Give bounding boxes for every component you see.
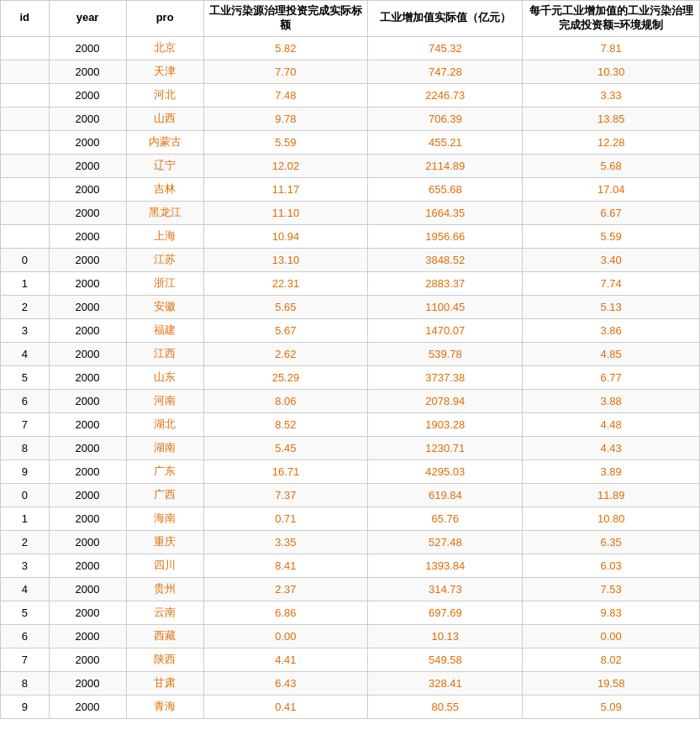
cell-id: 1 bbox=[1, 271, 50, 295]
cell-year: 2000 bbox=[49, 365, 126, 389]
cell-pro: 四川 bbox=[126, 554, 203, 577]
cell-pro: 贵州 bbox=[126, 577, 203, 601]
cell-ratio: 11.89 bbox=[523, 483, 700, 507]
cell-value: 80.55 bbox=[368, 695, 523, 718]
cell-value: 747.28 bbox=[368, 60, 523, 83]
cell-value: 1100.45 bbox=[368, 295, 523, 318]
cell-year: 2000 bbox=[49, 624, 126, 648]
table-row: 72000湖北8.521903.284.48 bbox=[1, 412, 700, 436]
header-invest: 工业污染源治理投资完成实际标额 bbox=[203, 1, 368, 37]
cell-value: 65.76 bbox=[368, 507, 523, 530]
cell-year: 2000 bbox=[49, 530, 126, 554]
cell-year: 2000 bbox=[49, 436, 126, 459]
cell-value: 2883.37 bbox=[368, 271, 523, 295]
cell-year: 2000 bbox=[49, 130, 126, 154]
cell-value: 539.78 bbox=[368, 342, 523, 365]
table-row: 2000上海10.941956.665.59 bbox=[1, 224, 700, 248]
table-row: 92000广东16.714295.033.89 bbox=[1, 459, 700, 483]
cell-pro: 广东 bbox=[126, 459, 203, 483]
cell-ratio: 12.28 bbox=[523, 130, 700, 154]
cell-value: 2078.94 bbox=[368, 389, 523, 412]
cell-ratio: 5.59 bbox=[523, 224, 700, 248]
cell-year: 2000 bbox=[49, 318, 126, 342]
cell-id: 7 bbox=[1, 412, 50, 436]
cell-id bbox=[1, 83, 50, 107]
cell-ratio: 7.81 bbox=[523, 36, 700, 60]
cell-id bbox=[1, 60, 50, 83]
table-row: 12000海南0.7165.7610.80 bbox=[1, 507, 700, 530]
cell-id: 6 bbox=[1, 624, 50, 648]
cell-year: 2000 bbox=[49, 601, 126, 624]
table-row: 2000北京5.82745.327.81 bbox=[1, 36, 700, 60]
cell-id bbox=[1, 154, 50, 177]
header-row: id year pro 工业污染源治理投资完成实际标额 工业增加值实际值（亿元）… bbox=[1, 1, 700, 37]
table-row: 32000福建5.671470.073.86 bbox=[1, 318, 700, 342]
cell-year: 2000 bbox=[49, 60, 126, 83]
cell-ratio: 10.80 bbox=[523, 507, 700, 530]
cell-pro: 湖北 bbox=[126, 412, 203, 436]
cell-id: 3 bbox=[1, 554, 50, 577]
header-value: 工业增加值实际值（亿元） bbox=[368, 1, 523, 37]
cell-value: 1393.84 bbox=[368, 554, 523, 577]
cell-pro: 天津 bbox=[126, 60, 203, 83]
cell-id bbox=[1, 201, 50, 224]
cell-value: 619.84 bbox=[368, 483, 523, 507]
header-id: id bbox=[1, 1, 50, 37]
cell-pro: 海南 bbox=[126, 507, 203, 530]
table-row: 02000江苏13.103848.523.40 bbox=[1, 248, 700, 271]
table-row: 02000广西7.37619.8411.89 bbox=[1, 483, 700, 507]
cell-value: 655.68 bbox=[368, 177, 523, 201]
cell-pro: 福建 bbox=[126, 318, 203, 342]
cell-ratio: 6.35 bbox=[523, 530, 700, 554]
cell-invest: 2.62 bbox=[203, 342, 368, 365]
cell-year: 2000 bbox=[49, 671, 126, 695]
cell-ratio: 7.53 bbox=[523, 577, 700, 601]
cell-invest: 0.41 bbox=[203, 695, 368, 718]
cell-invest: 7.70 bbox=[203, 60, 368, 83]
cell-invest: 5.82 bbox=[203, 36, 368, 60]
cell-ratio: 10.30 bbox=[523, 60, 700, 83]
cell-pro: 河南 bbox=[126, 389, 203, 412]
cell-year: 2000 bbox=[49, 412, 126, 436]
table-row: 92000青海0.4180.555.09 bbox=[1, 695, 700, 718]
header-year: year bbox=[49, 1, 126, 37]
cell-ratio: 13.85 bbox=[523, 107, 700, 130]
cell-value: 697.69 bbox=[368, 601, 523, 624]
cell-invest: 6.86 bbox=[203, 601, 368, 624]
data-table: id year pro 工业污染源治理投资完成实际标额 工业增加值实际值（亿元）… bbox=[0, 0, 700, 719]
table-row: 52000山东25.293737.386.77 bbox=[1, 365, 700, 389]
cell-pro: 浙江 bbox=[126, 271, 203, 295]
cell-id: 2 bbox=[1, 530, 50, 554]
table-row: 82000甘肃6.43328.4119.58 bbox=[1, 671, 700, 695]
cell-year: 2000 bbox=[49, 201, 126, 224]
table-row: 62000河南8.062078.943.88 bbox=[1, 389, 700, 412]
cell-invest: 8.06 bbox=[203, 389, 368, 412]
table-row: 72000陕西4.41549.588.02 bbox=[1, 648, 700, 671]
cell-ratio: 6.03 bbox=[523, 554, 700, 577]
cell-id bbox=[1, 224, 50, 248]
cell-id bbox=[1, 177, 50, 201]
cell-year: 2000 bbox=[49, 695, 126, 718]
cell-year: 2000 bbox=[49, 36, 126, 60]
cell-invest: 2.37 bbox=[203, 577, 368, 601]
cell-pro: 山东 bbox=[126, 365, 203, 389]
cell-id: 5 bbox=[1, 365, 50, 389]
table-row: 2000辽宁12.022114.895.68 bbox=[1, 154, 700, 177]
cell-id bbox=[1, 107, 50, 130]
header-pro: pro bbox=[126, 1, 203, 37]
cell-pro: 黑龙江 bbox=[126, 201, 203, 224]
cell-ratio: 6.67 bbox=[523, 201, 700, 224]
cell-ratio: 6.77 bbox=[523, 365, 700, 389]
cell-id: 4 bbox=[1, 342, 50, 365]
cell-value: 706.39 bbox=[368, 107, 523, 130]
cell-value: 4295.03 bbox=[368, 459, 523, 483]
cell-invest: 13.10 bbox=[203, 248, 368, 271]
cell-value: 1956.66 bbox=[368, 224, 523, 248]
cell-pro: 吉林 bbox=[126, 177, 203, 201]
cell-ratio: 3.40 bbox=[523, 248, 700, 271]
cell-pro: 内蒙古 bbox=[126, 130, 203, 154]
cell-pro: 上海 bbox=[126, 224, 203, 248]
cell-invest: 5.59 bbox=[203, 130, 368, 154]
cell-id: 2 bbox=[1, 295, 50, 318]
cell-year: 2000 bbox=[49, 248, 126, 271]
